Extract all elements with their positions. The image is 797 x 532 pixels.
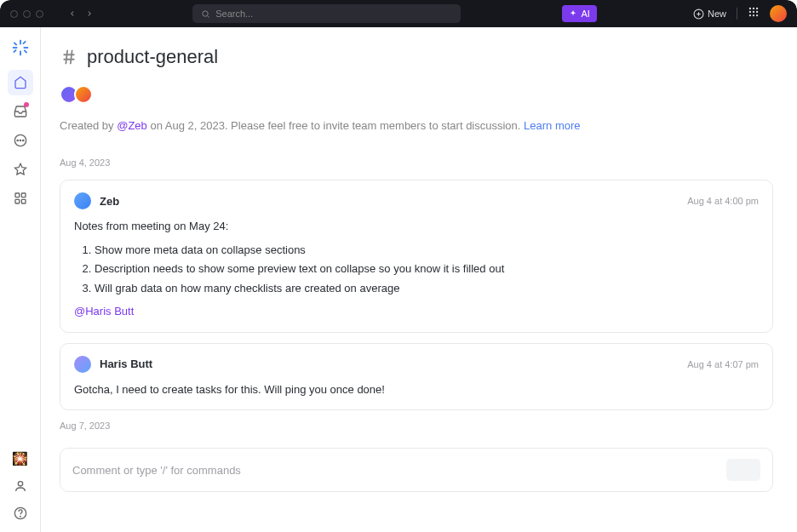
svg-point-31 (18, 482, 22, 486)
svg-rect-16 (12, 47, 17, 49)
svg-rect-15 (20, 51, 21, 55)
minimize-icon[interactable] (23, 10, 31, 18)
post-author[interactable]: Haris Butt (100, 358, 152, 370)
dashboard-icon (14, 192, 27, 205)
svg-point-24 (20, 140, 20, 140)
apps-button[interactable] (748, 6, 760, 21)
maximize-icon[interactable] (36, 10, 43, 18)
svg-line-36 (66, 50, 67, 65)
new-label: New (708, 9, 726, 19)
channel-meta: Created by @Zeb on Aug 2, 2023. Please f… (60, 119, 773, 132)
composer-placeholder: Comment or type '/' for commands (72, 464, 726, 477)
rocket-icon: 🎇 (12, 451, 28, 466)
svg-point-12 (753, 14, 754, 16)
home-icon (14, 76, 27, 89)
sidebar-item-profile[interactable] (8, 474, 33, 498)
member-avatar (74, 85, 93, 104)
search-input[interactable]: Search... (192, 4, 461, 23)
svg-rect-18 (13, 42, 17, 46)
members-avatars[interactable] (60, 85, 773, 104)
svg-point-33 (20, 516, 20, 517)
post-author[interactable]: Zeb (100, 195, 119, 208)
help-icon (14, 506, 27, 520)
date-separator: Aug 7, 2023 (60, 420, 773, 431)
svg-point-0 (203, 10, 208, 15)
grid-icon (748, 6, 760, 18)
forward-button[interactable] (83, 7, 96, 20)
svg-point-5 (749, 8, 751, 9)
list-item: Description needs to show some preview t… (95, 260, 759, 277)
window-controls (10, 10, 43, 18)
ai-button[interactable]: AI (562, 5, 596, 22)
sidebar-item-inbox[interactable] (8, 99, 33, 124)
svg-line-37 (71, 50, 72, 65)
list-item: Will grab data on how many checklists ar… (95, 280, 759, 297)
svg-point-6 (753, 8, 754, 9)
svg-line-1 (208, 15, 209, 17)
notification-dot (24, 102, 29, 107)
mention[interactable]: @Haris Butt (74, 305, 134, 317)
list-item: Show more meta data on collapse sections (95, 242, 759, 259)
date-separator: Aug 4, 2023 (60, 157, 773, 168)
svg-point-10 (756, 11, 758, 13)
svg-point-13 (756, 14, 758, 16)
person-icon (14, 479, 27, 493)
comment-composer[interactable]: Comment or type '/' for commands (60, 448, 773, 492)
svg-point-7 (756, 8, 758, 9)
post-body: Notes from meeting on May 24: Show more … (74, 218, 759, 320)
svg-rect-29 (15, 199, 20, 203)
user-avatar[interactable] (770, 5, 787, 22)
search-placeholder: Search... (215, 9, 253, 19)
main-content: product-general Created by @Zeb on Aug 2… (41, 27, 797, 532)
svg-rect-14 (20, 40, 21, 45)
top-bar: Search... AI New (0, 0, 797, 27)
app-logo[interactable] (10, 37, 31, 58)
post-card: Zeb Aug 4 at 4:00 pm Notes from meeting … (60, 180, 773, 333)
sidebar-item-home[interactable] (8, 70, 33, 95)
svg-marker-26 (14, 163, 26, 174)
creator-mention[interactable]: @Zeb (117, 119, 147, 132)
svg-rect-27 (15, 193, 20, 197)
channel-header: product-general (60, 46, 773, 68)
sidebar-item-favorites[interactable] (8, 157, 33, 182)
ai-label: AI (581, 9, 589, 19)
sidebar: 🎇 (0, 27, 41, 532)
plus-circle-icon (693, 9, 704, 20)
sidebar-item-upgrade[interactable]: 🎇 (8, 447, 33, 471)
post-body: Gotcha, I need to create tasks for this.… (74, 381, 759, 398)
learn-more-link[interactable]: Learn more (524, 119, 580, 132)
sidebar-item-help[interactable] (8, 501, 33, 525)
more-icon (14, 134, 27, 147)
back-button[interactable] (66, 7, 79, 20)
svg-point-8 (749, 11, 751, 13)
author-avatar[interactable] (74, 192, 91, 209)
svg-point-9 (753, 11, 754, 13)
svg-rect-19 (23, 49, 27, 54)
search-icon (201, 9, 210, 19)
new-button[interactable]: New (693, 9, 726, 20)
sparkle-icon (569, 9, 577, 18)
svg-rect-30 (21, 199, 26, 203)
svg-rect-20 (22, 41, 26, 45)
post-time: Aug 4 at 4:00 pm (687, 196, 759, 206)
channel-title: product-general (87, 46, 218, 68)
hash-icon (60, 48, 78, 66)
post-time: Aug 4 at 4:07 pm (687, 359, 759, 369)
divider (737, 8, 737, 20)
author-avatar[interactable] (74, 356, 91, 373)
svg-point-11 (749, 14, 751, 16)
svg-point-23 (17, 140, 18, 140)
svg-rect-21 (13, 49, 17, 54)
svg-rect-17 (23, 47, 27, 49)
close-icon[interactable] (10, 10, 18, 18)
sidebar-item-more[interactable] (8, 128, 33, 153)
sidebar-item-dashboards[interactable] (8, 186, 33, 211)
post-card: Haris Butt Aug 4 at 4:07 pm Gotcha, I ne… (60, 343, 773, 411)
send-button[interactable] (726, 459, 760, 481)
svg-point-25 (22, 140, 23, 140)
star-icon (14, 163, 27, 176)
logo-icon (11, 38, 30, 57)
svg-rect-28 (21, 193, 26, 197)
